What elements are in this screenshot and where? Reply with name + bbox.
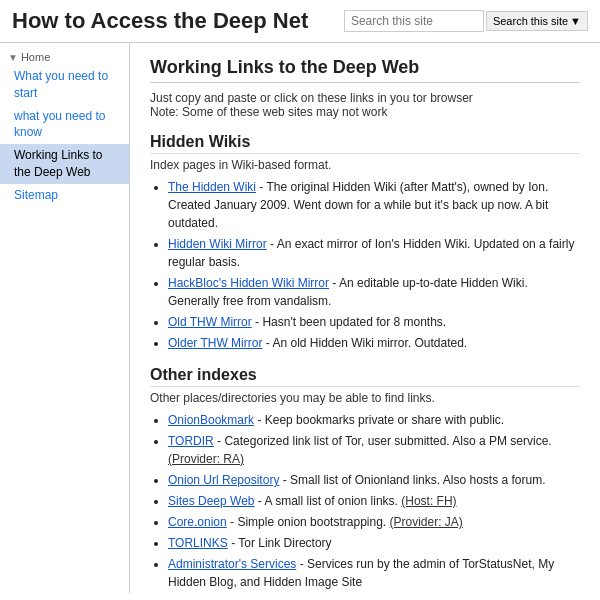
intro-text: Just copy and paste or click on these li… bbox=[150, 91, 580, 119]
section-desc-other-indexes: Other places/directories you may be able… bbox=[150, 391, 580, 405]
list-item: Older THW Mirror - An old Hidden Wiki mi… bbox=[168, 334, 580, 352]
link-hidden-wiki-mirror[interactable]: Hidden Wiki Mirror bbox=[168, 237, 267, 251]
list-item: Core.onion - Simple onion bootstrapping.… bbox=[168, 513, 580, 531]
link-older-thw-mirror[interactable]: Older THW Mirror bbox=[168, 336, 262, 350]
list-item: TORDIR - Categorized link list of Tor, u… bbox=[168, 432, 580, 468]
link-desc: - Tor Link Directory bbox=[228, 536, 332, 550]
link-coreonion[interactable]: Core.onion bbox=[168, 515, 227, 529]
sidebar-item-what-you-need-to-start[interactable]: What you need to start bbox=[0, 65, 129, 105]
list-item: Sites Deep Web - A small list of onion l… bbox=[168, 492, 580, 510]
list-item: OnionBookmark - Keep bookmarks private o… bbox=[168, 411, 580, 429]
sidebar-item-sitemap[interactable]: Sitemap bbox=[0, 184, 129, 207]
sidebar-item-working-links[interactable]: Working Links to the Deep Web bbox=[0, 144, 129, 184]
link-onionbookmark[interactable]: OnionBookmark bbox=[168, 413, 254, 427]
link-list-hidden-wikis: The Hidden Wiki - The original Hidden Wi… bbox=[168, 178, 580, 352]
sections: Hidden WikisIndex pages in Wiki-based fo… bbox=[150, 133, 580, 593]
list-item: HackBloc's Hidden Wiki Mirror - An edita… bbox=[168, 274, 580, 310]
link-desc: - Keep bookmarks private or share with p… bbox=[254, 413, 504, 427]
section-desc-hidden-wikis: Index pages in Wiki-based format. bbox=[150, 158, 580, 172]
list-item: TORLINKS - Tor Link Directory bbox=[168, 534, 580, 552]
link-sites-deep-web[interactable]: Sites Deep Web bbox=[168, 494, 255, 508]
main-page-title: Working Links to the Deep Web bbox=[150, 57, 580, 83]
link-onion-url-repository[interactable]: Onion Url Repository bbox=[168, 473, 279, 487]
link-desc: - A small list of onion links. bbox=[255, 494, 402, 508]
search-input[interactable] bbox=[344, 10, 484, 32]
sidebar-arrow-icon: ▼ bbox=[8, 52, 18, 63]
sidebar-nav: What you need to startwhat you need to k… bbox=[0, 65, 129, 207]
list-item: The Hidden Wiki - The original Hidden Wi… bbox=[168, 178, 580, 232]
link-the-hidden-wiki[interactable]: The Hidden Wiki bbox=[168, 180, 256, 194]
link-desc: - Simple onion bootstrapping. bbox=[227, 515, 390, 529]
sidebar: ▼ Home What you need to startwhat you ne… bbox=[0, 43, 130, 593]
link-desc: - Categorized link list of Tor, user sub… bbox=[214, 434, 552, 448]
main-content: Working Links to the Deep Web Just copy … bbox=[130, 43, 600, 593]
list-item: Onion Url Repository - Small list of Oni… bbox=[168, 471, 580, 489]
provider-tag[interactable]: (Host: FH) bbox=[401, 494, 456, 508]
search-button[interactable]: Search this site ▼ bbox=[486, 11, 588, 31]
link-administrators-services[interactable]: Administrator's Services bbox=[168, 557, 296, 571]
provider-tag[interactable]: (Provider: JA) bbox=[389, 515, 462, 529]
link-desc: - Hasn't been updated for 8 months. bbox=[252, 315, 446, 329]
provider-tag[interactable]: (Provider: RA) bbox=[168, 452, 244, 466]
sidebar-item-what-you-need-to-know[interactable]: what you need to know bbox=[0, 105, 129, 145]
list-item: Hidden Wiki Mirror - An exact mirror of … bbox=[168, 235, 580, 271]
link-desc: - An old Hidden Wiki mirror. Outdated. bbox=[262, 336, 467, 350]
search-bar: Search this site ▼ bbox=[344, 10, 588, 32]
section-title-hidden-wikis: Hidden Wikis bbox=[150, 133, 580, 154]
section-title-other-indexes: Other indexes bbox=[150, 366, 580, 387]
link-hackblocs-hidden-wiki-mirror[interactable]: HackBloc's Hidden Wiki Mirror bbox=[168, 276, 329, 290]
link-tordir[interactable]: TORDIR bbox=[168, 434, 214, 448]
list-item: Old THW Mirror - Hasn't been updated for… bbox=[168, 313, 580, 331]
list-item: Administrator's Services - Services run … bbox=[168, 555, 580, 591]
link-torlinks[interactable]: TORLINKS bbox=[168, 536, 228, 550]
link-desc: - Small list of Onionland links. Also ho… bbox=[279, 473, 545, 487]
link-list-other-indexes: OnionBookmark - Keep bookmarks private o… bbox=[168, 411, 580, 593]
page-header-title: How to Access the Deep Net bbox=[12, 8, 344, 34]
link-old-thw-mirror[interactable]: Old THW Mirror bbox=[168, 315, 252, 329]
sidebar-home-label[interactable]: ▼ Home bbox=[0, 49, 129, 65]
